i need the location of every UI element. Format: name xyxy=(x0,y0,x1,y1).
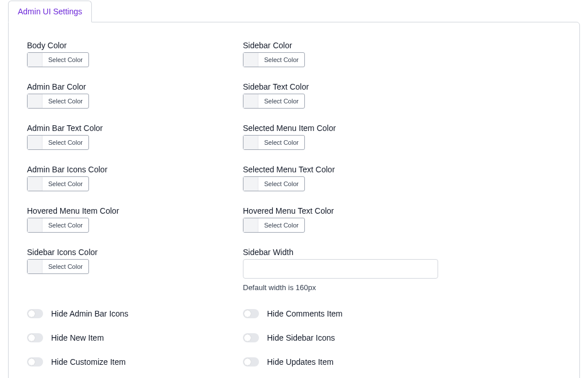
select-color-label: Select Color xyxy=(258,53,304,67)
admin-bar-color-select-button[interactable]: Select Color xyxy=(27,94,89,109)
field-admin-bar-color: Admin Bar Color Select Color xyxy=(27,82,225,110)
toggle-label: Hide Admin Bar Icons xyxy=(51,309,129,318)
tab-label: Admin UI Settings xyxy=(18,7,82,16)
color-swatch-icon xyxy=(28,53,42,67)
toggle-label: Hide Sidebar Icons xyxy=(267,333,335,342)
selected-menu-text-color-select-button[interactable]: Select Color xyxy=(243,176,305,191)
tab-admin-ui-settings[interactable]: Admin UI Settings xyxy=(8,1,92,22)
select-color-label: Select Color xyxy=(258,136,304,149)
toggle-label: Hide Comments Item xyxy=(267,309,342,318)
hovered-menu-item-color-select-button[interactable]: Select Color xyxy=(27,218,89,233)
select-color-label: Select Color xyxy=(258,94,304,108)
toggle-hide-updates-item-row: Hide Updates Item xyxy=(243,357,440,367)
toggle-hide-customize-item-row: Hide Customize Item xyxy=(27,357,225,367)
field-label: Body Color xyxy=(27,41,225,50)
admin-bar-icons-color-select-button[interactable]: Select Color xyxy=(27,176,89,191)
toggle-hide-comments-item[interactable] xyxy=(243,309,259,318)
field-selected-menu-item-color: Selected Menu Item Color Select Color xyxy=(243,124,440,151)
field-label: Sidebar Width xyxy=(243,248,440,257)
field-admin-bar-icons-color: Admin Bar Icons Color Select Color xyxy=(27,165,225,192)
hovered-menu-text-color-select-button[interactable]: Select Color xyxy=(243,218,305,233)
sidebar-icons-color-select-button[interactable]: Select Color xyxy=(27,259,89,274)
admin-bar-text-color-select-button[interactable]: Select Color xyxy=(27,135,89,150)
field-label: Hovered Menu Item Color xyxy=(27,206,225,215)
select-color-label: Select Color xyxy=(42,53,88,67)
field-label: Admin Bar Color xyxy=(27,82,225,91)
field-label: Sidebar Text Color xyxy=(243,82,440,91)
selected-menu-item-color-select-button[interactable]: Select Color xyxy=(243,135,305,150)
sidebar-text-color-select-button[interactable]: Select Color xyxy=(243,94,305,109)
toggle-label: Hide Updates Item xyxy=(267,357,334,367)
field-label: Sidebar Color xyxy=(243,41,440,50)
field-label: Sidebar Icons Color xyxy=(27,248,225,257)
field-label: Admin Bar Icons Color xyxy=(27,165,225,174)
field-hovered-menu-item-color: Hovered Menu Item Color Select Color xyxy=(27,206,225,234)
color-swatch-icon xyxy=(243,94,258,108)
select-color-label: Select Color xyxy=(258,177,304,191)
color-swatch-icon xyxy=(243,177,258,191)
toggle-hide-updates-item[interactable] xyxy=(243,357,259,367)
color-swatch-icon xyxy=(243,136,258,149)
toggle-label: Hide New Item xyxy=(51,333,104,342)
toggle-hide-sidebar-icons-row: Hide Sidebar Icons xyxy=(243,333,440,342)
field-label: Selected Menu Text Color xyxy=(243,165,440,174)
sidebar-width-input[interactable] xyxy=(243,259,438,279)
color-swatch-icon xyxy=(28,260,42,273)
toggle-hide-comments-item-row: Hide Comments Item xyxy=(243,309,440,318)
select-color-label: Select Color xyxy=(42,94,88,108)
field-label: Selected Menu Item Color xyxy=(243,124,440,133)
toggle-label: Hide Customize Item xyxy=(51,357,126,367)
field-label: Hovered Menu Text Color xyxy=(243,206,440,215)
settings-panel: Body Color Select Color Sidebar Color Se… xyxy=(8,22,580,378)
sidebar-width-help: Default width is 160px xyxy=(243,283,440,292)
toggle-hide-customize-item[interactable] xyxy=(27,357,43,367)
field-sidebar-icons-color: Sidebar Icons Color Select Color xyxy=(27,248,225,292)
color-swatch-icon xyxy=(28,136,42,149)
toggle-hide-sidebar-icons[interactable] xyxy=(243,333,259,342)
toggle-hide-admin-bar-icons-row: Hide Admin Bar Icons xyxy=(27,309,225,318)
select-color-label: Select Color xyxy=(42,218,88,232)
field-hovered-menu-text-color: Hovered Menu Text Color Select Color xyxy=(243,206,440,234)
color-swatch-icon xyxy=(243,53,258,67)
field-selected-menu-text-color: Selected Menu Text Color Select Color xyxy=(243,165,440,192)
toggle-hide-admin-bar-icons[interactable] xyxy=(27,309,43,318)
sidebar-color-select-button[interactable]: Select Color xyxy=(243,52,305,67)
select-color-label: Select Color xyxy=(42,177,88,191)
field-sidebar-color: Sidebar Color Select Color xyxy=(243,41,440,68)
field-label: Admin Bar Text Color xyxy=(27,124,225,133)
field-body-color: Body Color Select Color xyxy=(27,41,225,68)
color-swatch-icon xyxy=(28,177,42,191)
color-swatch-icon xyxy=(243,218,258,232)
select-color-label: Select Color xyxy=(258,218,304,232)
field-admin-bar-text-color: Admin Bar Text Color Select Color xyxy=(27,124,225,151)
toggle-hide-new-item[interactable] xyxy=(27,333,43,342)
field-sidebar-width: Sidebar Width Default width is 160px xyxy=(243,248,440,292)
field-sidebar-text-color: Sidebar Text Color Select Color xyxy=(243,82,440,110)
toggle-hide-new-item-row: Hide New Item xyxy=(27,333,225,342)
color-swatch-icon xyxy=(28,94,42,108)
select-color-label: Select Color xyxy=(42,260,88,273)
select-color-label: Select Color xyxy=(42,136,88,149)
body-color-select-button[interactable]: Select Color xyxy=(27,52,89,67)
color-swatch-icon xyxy=(28,218,42,232)
